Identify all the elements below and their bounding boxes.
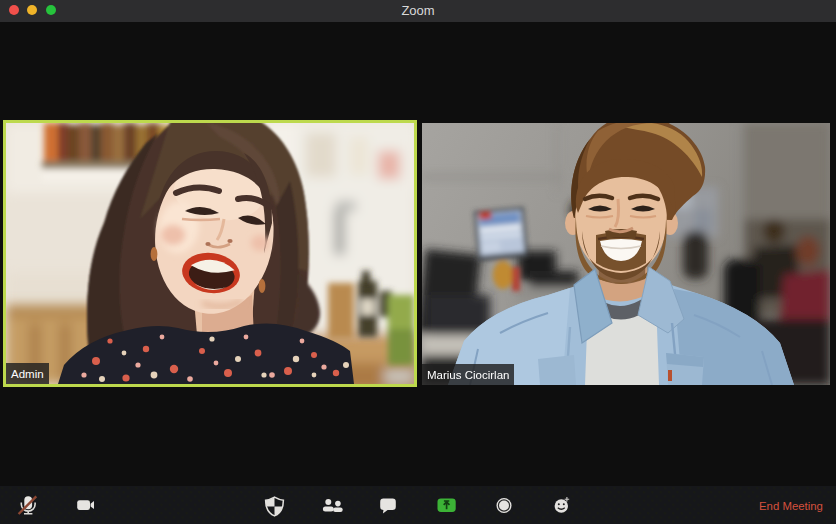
svg-text:End Meeting: End Meeting [759,500,823,512]
